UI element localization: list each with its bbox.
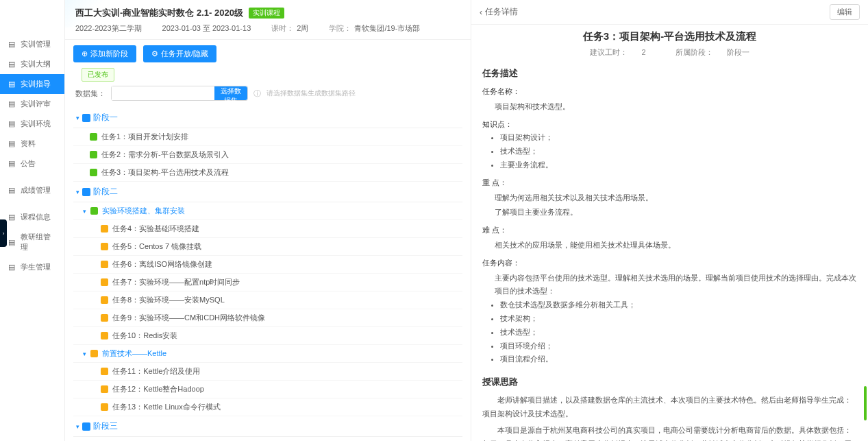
sidebar-item-outline[interactable]: ▤实训大纲 [0, 54, 64, 74]
task-item[interactable]: 任务4：实验基础环境搭建 [73, 220, 462, 238]
sidebar-item-course[interactable]: ▤课程信息 [0, 207, 64, 227]
task-icon [101, 225, 108, 233]
task-icon [101, 385, 108, 393]
task-icon [101, 261, 108, 268]
chart-icon: ▤ [7, 186, 16, 195]
task-icon [90, 133, 97, 141]
toolbar: ⊕添加新阶段 ⚙任务开放/隐藏 [65, 40, 471, 68]
main-panel: 西工大实训-商业智能实时数仓 2.1- 2020级 实训课程 2022-2023… [65, 0, 471, 441]
book-icon: ▤ [7, 80, 16, 89]
chevron-down-icon: ▾ [76, 189, 79, 195]
add-stage-button[interactable]: ⊕添加新阶段 [73, 45, 136, 62]
sidebar-item-guide[interactable]: ▤实训指导 [0, 74, 64, 94]
chevron-left-icon: ‹ [480, 8, 482, 17]
toggle-task-button[interactable]: ⚙任务开放/隐藏 [143, 45, 216, 62]
stage-icon [82, 114, 90, 122]
task-icon [101, 403, 108, 411]
sidebar-item-review[interactable]: ▤实训评审 [0, 94, 64, 114]
document-icon: ▤ [7, 60, 16, 69]
task-item[interactable]: 任务10：Redis安装 [73, 327, 462, 345]
date-range: 2023-01-03 至 2023-01-13 [162, 23, 251, 34]
chevron-down-icon: ▾ [83, 350, 86, 357]
page-header: 西工大实训-商业智能实时数仓 2.1- 2020级 实训课程 2022-2023… [65, 0, 471, 40]
task-icon [101, 296, 108, 304]
clipboard-icon: ▤ [7, 40, 16, 49]
sidebar-item-students[interactable]: ▤学生管理 [0, 257, 64, 277]
task-icon [101, 332, 108, 339]
dataset-selector[interactable]: 选择数据集 [111, 86, 248, 101]
teach-para: 老师讲解项目描述，以及搭建数据仓库的主流技术、本次项目的主要技术特色。然后由老师… [482, 394, 857, 421]
sidebar: ▤实训管理 ▤实训大纲 ▤实训指导 ▤实训评审 ▤实训环境 ▤资料 ▤公告 ▤成… [0, 0, 65, 441]
task-icon [101, 314, 108, 322]
stage-icon [82, 188, 90, 196]
back-button[interactable]: ‹任务详情 [480, 6, 518, 18]
expand-handle[interactable]: › [0, 219, 7, 247]
stage-header-1[interactable]: ▾阶段一 [73, 108, 462, 128]
select-dataset-button[interactable]: 选择数据集 [214, 86, 247, 100]
teach-heading: 授课思路 [482, 376, 857, 388]
task-item[interactable]: 任务14：数仓理论 [73, 437, 462, 441]
task-icon [90, 169, 97, 176]
task-item[interactable]: 任务13：Kettle Linux命令行模式 [73, 398, 462, 416]
task-icon [101, 278, 108, 286]
duration: 课时：2周 [271, 23, 308, 34]
task-icon [90, 151, 97, 158]
desc-heading: 任务描述 [482, 67, 857, 80]
stage-icon [82, 422, 90, 431]
scrollbar[interactable] [864, 386, 867, 420]
info-icon: ⓘ [253, 88, 261, 99]
task-item[interactable]: 任务2：需求分析-平台数据及场景引入 [73, 146, 462, 164]
semester: 2022-2023第二学期 [75, 23, 142, 34]
substage-header[interactable]: ▾前置技术——Kettle [73, 345, 462, 363]
task-icon [90, 207, 98, 215]
chevron-down-icon: ▾ [76, 115, 79, 121]
task-detail-panel: ‹任务详情 编辑 任务3：项目架构-平台选用技术及流程 建议工时：2 所属阶段：… [471, 0, 868, 441]
substage-header[interactable]: ▾实验环境搭建、集群安装 [73, 202, 462, 220]
sidebar-item-teachgroup[interactable]: ▤教研组管理 [0, 227, 64, 257]
edit-button[interactable]: 编辑 [830, 4, 860, 20]
detail-meta: 建议工时：2 所属阶段：阶段一 [482, 47, 857, 58]
folder-icon: ▤ [7, 139, 16, 149]
sidebar-item-materials[interactable]: ▤资料 [0, 134, 64, 154]
publish-status: 已发布 [82, 68, 114, 82]
sidebar-item-env[interactable]: ▤实训环境 [0, 114, 64, 134]
comment-icon: ▤ [7, 99, 16, 109]
detail-body: 任务3：项目架构-平台选用技术及流程 建议工时：2 所属阶段：阶段一 任务描述 … [471, 25, 868, 441]
page-title: 西工大实训-商业智能实时数仓 2.1- 2020级 [75, 7, 243, 19]
dataset-label: 数据集： [75, 88, 106, 99]
college: 学院：青软集团/19-市场部 [329, 23, 420, 34]
stage-header-2[interactable]: ▾阶段二 [73, 182, 462, 202]
dataset-row: 数据集： 选择数据集 ⓘ 请选择数据集生成数据集路径 [65, 82, 471, 108]
detail-title: 任务3：项目架构-平台选用技术及流程 [482, 30, 857, 43]
task-item[interactable]: 任务6：离线ISO网络镜像创建 [73, 256, 462, 274]
group-icon: ▤ [7, 237, 16, 247]
task-item[interactable]: 任务8：实验环境——安装MySQL [73, 291, 462, 309]
chevron-down-icon: ▾ [83, 208, 86, 215]
course-tag: 实训课程 [249, 8, 284, 19]
chevron-down-icon: ▾ [76, 423, 79, 430]
sidebar-item-notice[interactable]: ▤公告 [0, 154, 64, 174]
user-icon: ▤ [7, 263, 16, 272]
sidebar-item-training-mgmt[interactable]: ▤实训管理 [0, 34, 64, 54]
monitor-icon: ▤ [7, 119, 16, 129]
stage-header-3[interactable]: ▾阶段三 [73, 416, 462, 437]
task-item[interactable]: 任务5：Centos 7 镜像挂载 [73, 238, 462, 256]
task-icon [101, 368, 108, 375]
books-icon: ▤ [7, 213, 16, 222]
task-item[interactable]: 任务12：Kettle整合Hadoop [73, 381, 462, 398]
task-icon [90, 350, 98, 357]
task-item[interactable]: 任务1：项目开发计划安排 [73, 128, 462, 146]
desc-block: 任务名称： 项目架构和技术选型。 知识点： 项目架构设计； 技术选型； 主要业务… [482, 85, 857, 366]
task-item[interactable]: 任务3：项目架构-平台选用技术及流程 [73, 164, 462, 182]
plus-icon: ⊕ [82, 49, 88, 58]
bell-icon: ▤ [7, 159, 16, 169]
stage-tree: ▾阶段一 任务1：项目开发计划安排 任务2：需求分析-平台数据及场景引入 任务3… [65, 108, 471, 441]
task-item[interactable]: 任务9：实验环境——CM和CDH网络软件镜像 [73, 309, 462, 327]
sidebar-item-grade[interactable]: ▤成绩管理 [0, 180, 64, 200]
task-item[interactable]: 任务11：Kettle介绍及使用 [73, 363, 462, 381]
task-icon [101, 243, 108, 250]
dataset-hint: 请选择数据集生成数据集路径 [266, 88, 356, 98]
dataset-input[interactable] [112, 86, 214, 100]
task-item[interactable]: 任务7：实验环境——配置ntp时间同步 [73, 274, 462, 291]
teach-para: 本项目是源自于杭州某电商科技公司的真实项目，电商公司需要统计分析电商背后的数据。… [482, 424, 857, 441]
